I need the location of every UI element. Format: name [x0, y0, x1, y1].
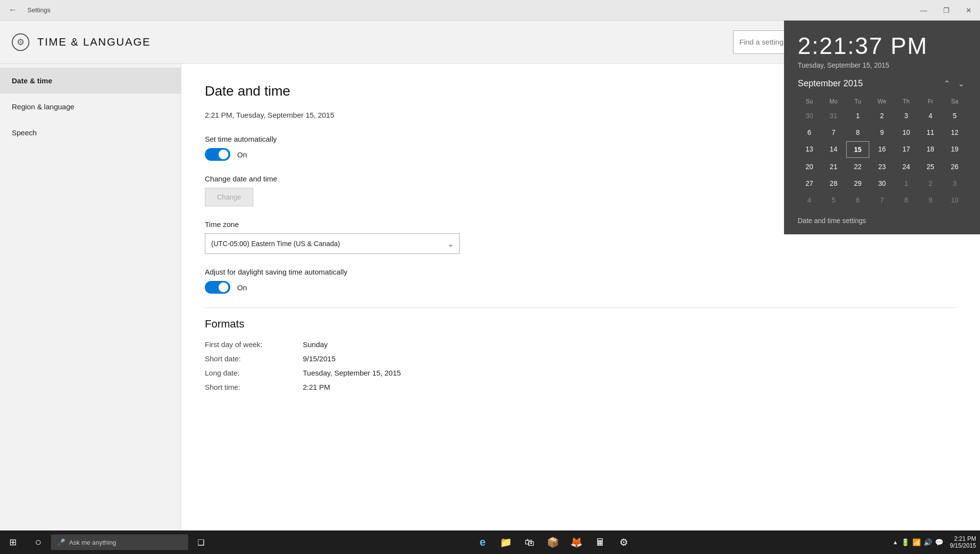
- cal-day[interactable]: 10: [943, 192, 966, 208]
- calendar-popup: 2:21:37 PM Tuesday, September 15, 2015 S…: [784, 21, 980, 234]
- maximize-button[interactable]: ❐: [935, 0, 957, 21]
- timezone-select[interactable]: (UTC-05:00) Eastern Time (US & Canada): [205, 233, 460, 254]
- cal-day[interactable]: 23: [870, 159, 893, 175]
- timezone-select-wrapper: (UTC-05:00) Eastern Time (US & Canada) ⌄: [205, 233, 460, 254]
- search-orb-button[interactable]: ○: [25, 530, 51, 554]
- format-row-short-date: Short date: 9/15/2015: [205, 354, 956, 363]
- app-header-left: ⚙ TIME & LANGUAGE: [12, 33, 151, 51]
- taskbar-search-box[interactable]: 🎤 Ask me anything: [51, 534, 188, 550]
- store-app-button[interactable]: 🛍: [518, 530, 541, 554]
- calendar-grid: Su Mo Tu We Th Fr Sa 30 31 1 2 3 4 5 6 7…: [798, 96, 966, 208]
- cal-day[interactable]: 10: [895, 125, 918, 140]
- titlebar: ← Settings — ❐ ✕: [0, 0, 980, 21]
- set-time-auto-toggle[interactable]: [205, 148, 230, 161]
- calendar-prev-btn[interactable]: ⌃: [942, 78, 952, 89]
- cal-day[interactable]: 4: [919, 108, 942, 124]
- cal-day[interactable]: 5: [943, 108, 966, 124]
- cal-day[interactable]: 24: [895, 159, 918, 175]
- wifi-icon: 📶: [912, 538, 921, 546]
- short-date-value: 9/15/2015: [303, 354, 336, 363]
- cal-day[interactable]: 12: [943, 125, 966, 140]
- cal-day[interactable]: 6: [846, 192, 869, 208]
- calendar-settings-link[interactable]: Date and time settings: [798, 215, 966, 227]
- notification-icon[interactable]: 💬: [935, 538, 943, 546]
- dst-toggle[interactable]: [205, 281, 230, 294]
- taskbar-search-label: Ask me anything: [69, 539, 116, 546]
- cal-day[interactable]: 3: [943, 176, 966, 191]
- cal-day[interactable]: 31: [822, 108, 845, 124]
- calendar-nav: ⌃ ⌄: [942, 78, 966, 89]
- dst-row: On: [205, 281, 956, 294]
- sidebar: Date & time Region & language Speech: [0, 64, 181, 530]
- cal-day[interactable]: 8: [895, 192, 918, 208]
- cal-day[interactable]: 16: [870, 141, 893, 158]
- cal-day[interactable]: 14: [822, 141, 845, 158]
- cal-day[interactable]: 2: [870, 108, 893, 124]
- back-button[interactable]: ←: [4, 1, 22, 19]
- settings-gear-icon: ⚙: [12, 33, 29, 51]
- cal-day[interactable]: 26: [943, 159, 966, 175]
- cal-header-fr: Fr: [919, 96, 942, 107]
- cal-day[interactable]: 8: [846, 125, 869, 140]
- settings-app-button[interactable]: ⚙: [612, 530, 636, 554]
- cal-day-today[interactable]: 15: [846, 141, 869, 158]
- format-row-short-time: Short time: 2:21 PM: [205, 383, 956, 391]
- sidebar-item-date-time[interactable]: Date & time: [0, 68, 181, 94]
- cal-day[interactable]: 27: [798, 176, 821, 191]
- cal-day[interactable]: 19: [943, 141, 966, 158]
- cal-day[interactable]: 30: [870, 176, 893, 191]
- firefox-app-button[interactable]: 🦊: [565, 530, 588, 554]
- cal-header-tu: Tu: [846, 96, 869, 107]
- cal-day[interactable]: 20: [798, 159, 821, 175]
- cal-day[interactable]: 18: [919, 141, 942, 158]
- cal-day[interactable]: 22: [846, 159, 869, 175]
- cal-day[interactable]: 5: [822, 192, 845, 208]
- system-tray: ▲ 🔋 📶 🔊 💬: [893, 538, 943, 546]
- explorer-app-button[interactable]: 📁: [494, 530, 518, 554]
- cal-day[interactable]: 30: [798, 108, 821, 124]
- close-button[interactable]: ✕: [957, 0, 980, 21]
- task-view-button[interactable]: ❑: [188, 530, 214, 554]
- dst-value: On: [237, 283, 247, 292]
- short-time-value: 2:21 PM: [303, 383, 330, 391]
- tray-up-icon[interactable]: ▲: [893, 539, 898, 545]
- volume-icon: 🔊: [924, 538, 932, 546]
- cal-day[interactable]: 13: [798, 141, 821, 158]
- cal-header-we: We: [870, 96, 893, 107]
- app5-button[interactable]: 📦: [541, 530, 565, 554]
- calendar-month-header: September 2015 ⌃ ⌄: [798, 78, 966, 89]
- cal-day[interactable]: 9: [870, 125, 893, 140]
- cal-day[interactable]: 3: [895, 108, 918, 124]
- calc-app-button[interactable]: 🖩: [588, 530, 612, 554]
- cal-day[interactable]: 4: [798, 192, 821, 208]
- battery-icon: 🔋: [901, 538, 909, 546]
- change-button: Change: [205, 188, 253, 206]
- first-day-value: Sunday: [303, 340, 328, 349]
- cal-day[interactable]: 9: [919, 192, 942, 208]
- titlebar-title: Settings: [27, 6, 50, 14]
- sidebar-item-speech[interactable]: Speech: [0, 120, 181, 146]
- cal-day[interactable]: 7: [822, 125, 845, 140]
- set-time-auto-value: On: [237, 151, 247, 159]
- dst-label: Adjust for daylight saving time automati…: [205, 268, 956, 276]
- cal-day[interactable]: 25: [919, 159, 942, 175]
- app-title: TIME & LANGUAGE: [37, 36, 151, 49]
- cal-day[interactable]: 29: [846, 176, 869, 191]
- cal-day[interactable]: 7: [870, 192, 893, 208]
- edge-app-button[interactable]: e: [471, 530, 494, 554]
- cal-day[interactable]: 21: [822, 159, 845, 175]
- calendar-next-btn[interactable]: ⌄: [956, 78, 966, 89]
- taskbar: ⊞ ○ 🎤 Ask me anything ❑ e 📁 🛍 📦 🦊 🖩 ⚙ ▲ …: [0, 530, 980, 554]
- cal-day[interactable]: 28: [822, 176, 845, 191]
- cal-day[interactable]: 1: [895, 176, 918, 191]
- start-button[interactable]: ⊞: [0, 530, 25, 554]
- cal-day[interactable]: 11: [919, 125, 942, 140]
- cal-day[interactable]: 2: [919, 176, 942, 191]
- cal-day[interactable]: 1: [846, 108, 869, 124]
- cal-day[interactable]: 17: [895, 141, 918, 158]
- sidebar-item-region-language[interactable]: Region & language: [0, 94, 181, 120]
- minimize-button[interactable]: —: [912, 0, 935, 21]
- cal-day[interactable]: 6: [798, 125, 821, 140]
- formats-section: Formats First day of week: Sunday Short …: [205, 318, 956, 391]
- taskbar-clock[interactable]: 2:21 PM 9/15/2015: [950, 535, 976, 549]
